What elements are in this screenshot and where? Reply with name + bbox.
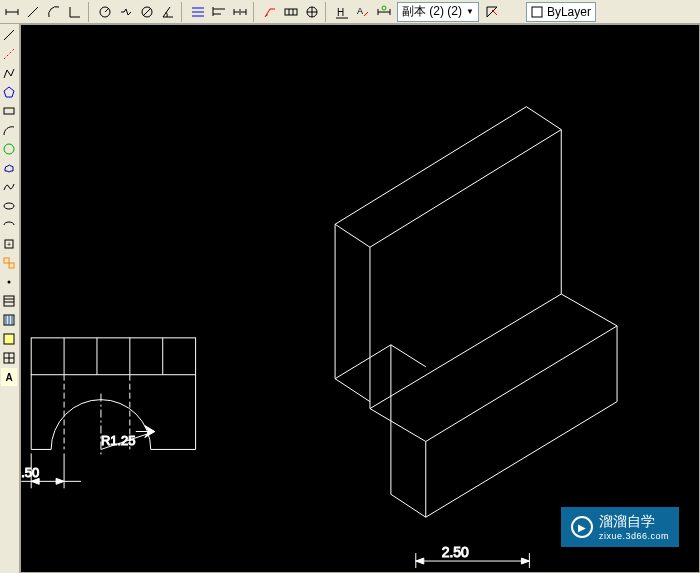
- make-block-icon[interactable]: [1, 254, 17, 272]
- left-toolbar: + A: [0, 24, 20, 573]
- svg-marker-36: [4, 87, 14, 97]
- polyline-tool-icon[interactable]: [1, 64, 17, 82]
- radius-dim-text: R1.25: [101, 433, 136, 448]
- dim-text-edit-icon[interactable]: A: [353, 2, 373, 22]
- drawing-svg: R1.25 .50: [21, 25, 699, 572]
- diameter-dim-icon[interactable]: [137, 2, 157, 22]
- revcloud-tool-icon[interactable]: [1, 159, 17, 177]
- top-toolbar: H A 副本 (2) (2) ▼ ByLayer: [0, 0, 700, 24]
- svg-point-39: [4, 203, 14, 209]
- hatch-tool-icon[interactable]: [1, 292, 17, 310]
- svg-text:H: H: [337, 7, 344, 18]
- toolbar-separator: [325, 2, 329, 22]
- dropdown-arrow-icon: ▼: [466, 7, 474, 16]
- dim-style-label: 副本 (2) (2): [402, 3, 462, 20]
- svg-line-81: [391, 345, 426, 367]
- play-icon: ▶: [571, 516, 593, 538]
- svg-marker-89: [521, 558, 529, 564]
- svg-point-32: [382, 6, 386, 10]
- svg-line-34: [4, 30, 14, 40]
- center-mark-icon[interactable]: [302, 2, 322, 22]
- construction-line-icon[interactable]: [1, 45, 17, 63]
- svg-line-77: [370, 130, 561, 248]
- svg-line-82: [426, 326, 617, 442]
- gradient-tool-icon[interactable]: [1, 311, 17, 329]
- svg-point-44: [8, 281, 11, 284]
- baseline-dim-icon[interactable]: [209, 2, 229, 22]
- watermark-subtitle: zixue.3d66.com: [599, 531, 669, 541]
- svg-rect-52: [4, 334, 14, 344]
- ellipse-tool-icon[interactable]: [1, 197, 17, 215]
- dimstyle-icon[interactable]: [482, 2, 502, 22]
- jogged-dim-icon[interactable]: [116, 2, 136, 22]
- tolerance-icon[interactable]: [281, 2, 301, 22]
- dim-style-dropdown[interactable]: 副本 (2) (2) ▼: [397, 2, 479, 22]
- arc-tool-icon[interactable]: [1, 121, 17, 139]
- ellipse-arc-tool-icon[interactable]: [1, 216, 17, 234]
- radius-dim-icon[interactable]: [95, 2, 115, 22]
- svg-rect-43: [9, 263, 14, 268]
- drawing-canvas[interactable]: R1.25 .50: [20, 24, 700, 573]
- rectangle-tool-icon[interactable]: [1, 102, 17, 120]
- svg-marker-88: [416, 558, 424, 564]
- ordinate-dim-icon[interactable]: [65, 2, 85, 22]
- svg-line-35: [4, 49, 14, 59]
- quick-dim-icon[interactable]: [188, 2, 208, 22]
- leader-icon[interactable]: [260, 2, 280, 22]
- toolbar-separator: [253, 2, 257, 22]
- svg-line-80: [370, 409, 426, 442]
- dim-update-icon[interactable]: [374, 2, 394, 22]
- svg-marker-75: [56, 478, 64, 484]
- polygon-tool-icon[interactable]: [1, 83, 17, 101]
- layer-dropdown[interactable]: ByLayer: [526, 2, 596, 22]
- svg-text:A: A: [357, 6, 363, 16]
- svg-rect-20: [285, 9, 297, 15]
- arc-dim-icon[interactable]: [44, 2, 64, 22]
- layer-label: ByLayer: [547, 5, 591, 19]
- insert-block-icon[interactable]: +: [1, 235, 17, 253]
- region-tool-icon[interactable]: [1, 330, 17, 348]
- svg-point-38: [4, 144, 14, 154]
- circle-tool-icon[interactable]: [1, 140, 17, 158]
- svg-line-5: [105, 8, 109, 12]
- svg-rect-56: [31, 338, 195, 375]
- svg-line-84: [335, 379, 370, 402]
- svg-text:+: +: [7, 241, 11, 248]
- toolbar-separator: [88, 2, 92, 22]
- watermark-title: 溜溜自学: [599, 513, 655, 529]
- svg-rect-45: [4, 296, 14, 306]
- mtext-tool-icon[interactable]: A: [1, 368, 17, 386]
- svg-rect-37: [4, 108, 14, 114]
- svg-line-7: [143, 8, 151, 16]
- svg-line-76: [335, 224, 370, 247]
- aligned-dim-icon[interactable]: [23, 2, 43, 22]
- svg-rect-42: [4, 258, 9, 263]
- continue-dim-icon[interactable]: [230, 2, 250, 22]
- dim-edit-icon[interactable]: H: [332, 2, 352, 22]
- svg-line-79: [370, 294, 561, 409]
- main-area: + A: [0, 24, 700, 573]
- watermark: ▶ 溜溜自学 zixue.3d66.com: [561, 507, 679, 547]
- toolbar-separator: [181, 2, 185, 22]
- angle-dim-icon[interactable]: [158, 2, 178, 22]
- left-dim-text: .50: [21, 465, 39, 480]
- svg-rect-33: [532, 7, 542, 17]
- line-tool-icon[interactable]: [1, 26, 17, 44]
- linear-dim-icon[interactable]: [2, 2, 22, 22]
- table-tool-icon[interactable]: [1, 349, 17, 367]
- spline-tool-icon[interactable]: [1, 178, 17, 196]
- bottom-dim-text: 2.50: [442, 544, 469, 560]
- point-tool-icon[interactable]: [1, 273, 17, 291]
